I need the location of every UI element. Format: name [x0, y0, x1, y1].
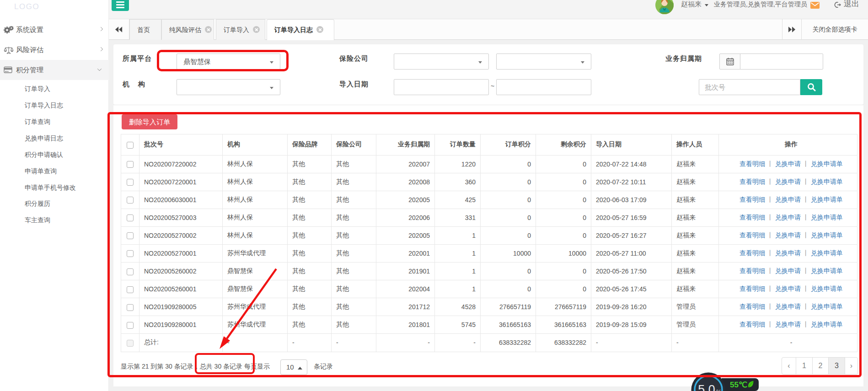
- svg-text:%: %: [716, 388, 722, 391]
- svg-text:5.0: 5.0: [698, 383, 715, 391]
